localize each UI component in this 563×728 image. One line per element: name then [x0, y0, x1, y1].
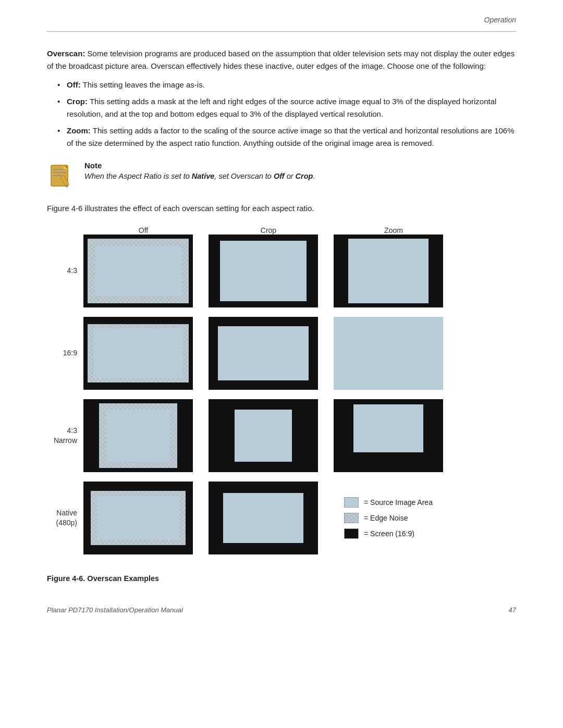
- figure-row-native: Native(480p) = Source Image Area: [47, 482, 516, 554]
- footer-right: 47: [509, 606, 516, 614]
- row-label-4-3: 4:3: [47, 266, 83, 275]
- svg-marker-5: [66, 185, 69, 188]
- legend-item-noise: = Edge Noise: [344, 513, 433, 523]
- legend-text-noise: = Edge Noise: [364, 514, 408, 522]
- screen-zoom-4-3: [334, 235, 443, 307]
- col-header-zoom: Zoom: [339, 226, 448, 235]
- legend-text-screen: = Screen (16:9): [364, 529, 414, 538]
- screen-crop-4-3: [209, 235, 318, 307]
- source-area: [97, 496, 179, 540]
- row-label-4-3-narrow: 4:3Narrow: [47, 426, 83, 445]
- note-content: Note When the Aspect Ratio is set to Nat…: [84, 161, 315, 182]
- row-cells-native: = Source Image Area = Edge Noise = Scree…: [83, 482, 443, 554]
- note-icon: [47, 162, 76, 191]
- legend-swatch-source: [344, 497, 359, 508]
- row-label-16-9: 16:9: [47, 348, 83, 357]
- source-area: [223, 493, 303, 543]
- screen-off-4-3: [83, 235, 193, 307]
- figure-row-4-3: 4:3: [47, 235, 516, 307]
- screen-zoom-16-9: [334, 317, 443, 390]
- col-header-crop: Crop: [214, 226, 323, 235]
- screen-off-native: [83, 482, 193, 554]
- row-cells-16-9: [83, 317, 443, 390]
- header-divider: [47, 31, 516, 32]
- page-footer: Planar PD7170 Installation/Operation Man…: [0, 606, 563, 614]
- figure-intro-text: Figure 4-6 illustrates the effect of eac…: [47, 203, 516, 215]
- list-item: Crop: This setting adds a mask at the le…: [57, 95, 516, 120]
- section-header: Operation: [484, 16, 516, 24]
- legend: = Source Image Area = Edge Noise = Scree…: [344, 497, 433, 539]
- zoom-bold: Zoom:: [67, 126, 91, 135]
- row-cells-4-3-narrow: [83, 399, 443, 472]
- column-headers: Off Crop Zoom: [89, 226, 516, 235]
- legend-swatch-screen: [344, 528, 359, 539]
- figure-caption: Figure 4-6. Overscan Examples: [47, 574, 516, 583]
- legend-item-source: = Source Image Area: [344, 497, 433, 508]
- figure-row-16-9: 16:9: [47, 317, 516, 390]
- legend-text-source: = Source Image Area: [364, 498, 433, 507]
- screen-off-16-9: [83, 317, 193, 390]
- note-label: Note: [84, 161, 102, 170]
- note-box: Note When the Aspect Ratio is set to Nat…: [47, 161, 516, 191]
- col-header-off: Off: [89, 226, 198, 235]
- source-area: [95, 246, 181, 296]
- page: Operation Overscan: Some television prog…: [0, 0, 563, 635]
- note-icon-svg: [47, 162, 76, 191]
- source-area: [220, 241, 307, 301]
- screen-zoom-4-3-narrow: [334, 399, 443, 472]
- source-area: [106, 410, 170, 462]
- overscan-intro: Overscan: Some television programs are p…: [47, 47, 516, 72]
- figure-container: Off Crop Zoom 4:3: [47, 226, 516, 564]
- note-text: When the Aspect Ratio is set to Native, …: [84, 170, 315, 182]
- source-area: [348, 239, 429, 303]
- overscan-text: Some television programs are produced ba…: [47, 49, 515, 70]
- screen-crop-4-3-narrow: [209, 399, 318, 472]
- crop-text: This setting adds a mask at the left and…: [67, 97, 496, 118]
- off-text: This setting leaves the image as-is.: [81, 80, 205, 89]
- list-item: Zoom: This setting adds a factor to the …: [57, 125, 516, 150]
- screen-crop-16-9: [209, 317, 318, 390]
- source-area: [235, 410, 292, 462]
- source-area: [353, 404, 423, 452]
- source-area: [94, 328, 182, 378]
- footer-left: Planar PD7170 Installation/Operation Man…: [47, 606, 183, 614]
- legend-swatch-noise: [344, 513, 359, 523]
- legend-item-screen: = Screen (16:9): [344, 528, 433, 539]
- row-label-native: Native(480p): [47, 508, 83, 527]
- zoom-text: This setting adds a factor to the scalin…: [67, 126, 515, 147]
- screen-crop-native: [209, 482, 318, 554]
- screen-off-4-3-narrow: [83, 399, 193, 472]
- list-item: Off: This setting leaves the image as-is…: [57, 79, 516, 91]
- off-bold: Off:: [67, 80, 81, 89]
- legend-container: = Source Image Area = Edge Noise = Scree…: [334, 482, 443, 554]
- bullet-list: Off: This setting leaves the image as-is…: [57, 79, 516, 150]
- figure-row-4-3-narrow: 4:3Narrow: [47, 399, 516, 472]
- source-area: [218, 326, 309, 380]
- row-cells-4-3: [83, 235, 443, 307]
- crop-bold: Crop:: [67, 97, 88, 106]
- overscan-bold: Overscan:: [47, 49, 85, 58]
